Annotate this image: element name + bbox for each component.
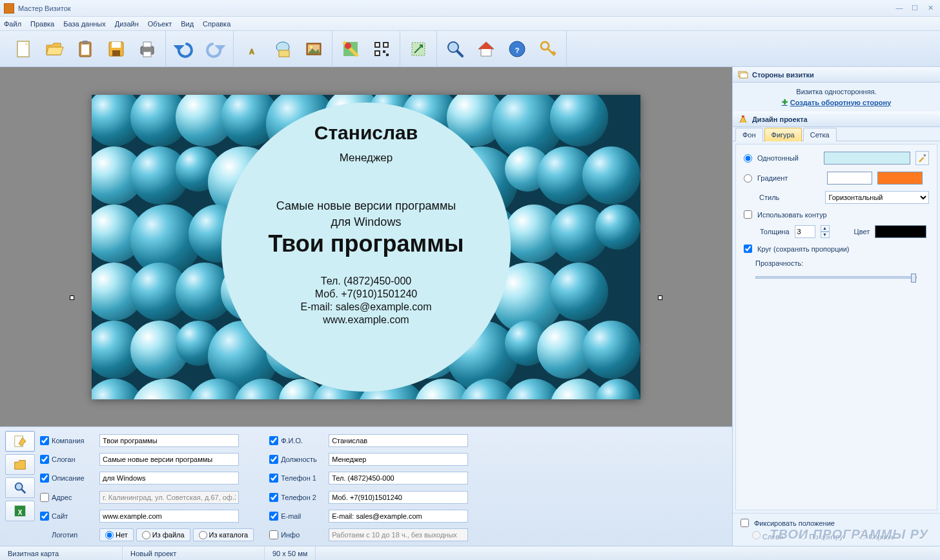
logo-file-radio[interactable]: Из файла: [136, 528, 190, 541]
svg-rect-5: [112, 42, 121, 48]
new-button[interactable]: [9, 35, 37, 63]
tab-grid[interactable]: Сетка: [803, 128, 837, 141]
fio-checkbox[interactable]: [269, 436, 278, 445]
open-button[interactable]: [40, 35, 68, 63]
desc-label: Описание: [52, 474, 99, 482]
desc-input[interactable]: [99, 472, 239, 485]
minimize-button[interactable]: —: [894, 4, 905, 13]
handle-right[interactable]: [658, 295, 662, 300]
outline-color-swatch[interactable]: [875, 225, 926, 238]
fio-label: Ф.И.О.: [281, 437, 329, 445]
statusbar: Визитная карта Новый проект 90 x 50 мм: [0, 546, 940, 560]
status-doc: Визитная карта: [0, 546, 123, 560]
solid-radio[interactable]: [744, 154, 752, 163]
tel2-input[interactable]: [329, 491, 468, 504]
tel1-label: Телефон 1: [281, 474, 329, 482]
side-tab-edit[interactable]: [5, 431, 35, 452]
menu-file[interactable]: Файл: [4, 20, 21, 28]
logo-none-radio[interactable]: Нет: [99, 528, 134, 541]
help-button[interactable]: ?: [503, 35, 531, 63]
company-checkbox[interactable]: [40, 436, 49, 445]
slogan-input[interactable]: [99, 453, 239, 466]
info-label: Инфо: [281, 531, 329, 539]
undo-button[interactable]: [170, 35, 198, 63]
info-checkbox[interactable]: [269, 530, 278, 539]
fix-pos-label: Фиксировать положение: [754, 519, 835, 527]
save-button[interactable]: [102, 35, 130, 63]
maximize-button[interactable]: ☐: [909, 4, 921, 13]
addr-checkbox[interactable]: [40, 493, 49, 502]
svg-rect-12: [279, 50, 289, 57]
solid-color-swatch[interactable]: [824, 152, 910, 165]
fio-input[interactable]: [329, 434, 468, 447]
desc-checkbox[interactable]: [40, 474, 49, 483]
eyedropper-button[interactable]: [915, 151, 929, 165]
canvas[interactable]: Станислав Менеджер Самые новые версии пр…: [0, 67, 732, 426]
svg-text:A: A: [249, 48, 254, 55]
email-label: E-mail: [281, 512, 329, 520]
card-name: Станислав: [314, 122, 418, 144]
preview-button[interactable]: [441, 35, 469, 63]
menu-design[interactable]: Дизайн: [115, 20, 139, 28]
image-button[interactable]: [300, 35, 328, 63]
style-select[interactable]: Горизонтальный: [825, 191, 929, 204]
map-button[interactable]: [336, 35, 365, 63]
print-button[interactable]: [133, 35, 161, 63]
logo-catalog-radio[interactable]: Из каталога: [193, 528, 254, 541]
company-input[interactable]: [99, 434, 239, 447]
email-input[interactable]: [329, 510, 468, 523]
svg-point-38: [924, 154, 926, 157]
gradient-color2-swatch[interactable]: [877, 172, 923, 185]
svg-rect-21: [376, 43, 379, 46]
side-tab-search[interactable]: [5, 477, 35, 498]
tab-bg[interactable]: Фон: [735, 128, 763, 141]
svg-text:?: ?: [515, 46, 520, 54]
opacity-slider[interactable]: [755, 276, 917, 279]
tel2-checkbox[interactable]: [269, 493, 278, 502]
site-input[interactable]: [99, 510, 239, 523]
circle-lock-checkbox[interactable]: [744, 245, 752, 253]
resize-image-button[interactable]: [404, 35, 433, 63]
site-checkbox[interactable]: [40, 512, 49, 521]
svg-rect-24: [383, 50, 385, 53]
menu-object[interactable]: Объект: [148, 20, 172, 28]
menu-help[interactable]: Справка: [203, 20, 230, 28]
key-button[interactable]: [534, 35, 562, 63]
email-checkbox[interactable]: [269, 512, 278, 521]
shape-button[interactable]: [269, 35, 297, 63]
tab-shape[interactable]: Фигура: [764, 128, 802, 141]
side-tab-excel[interactable]: X: [5, 501, 35, 521]
qr-button[interactable]: [367, 35, 396, 63]
close-button[interactable]: ✕: [925, 4, 936, 13]
menu-view[interactable]: Вид: [181, 20, 194, 28]
side-tab-folder[interactable]: [5, 454, 35, 475]
gradient-color1-swatch[interactable]: [827, 172, 872, 185]
svg-point-15: [310, 46, 312, 48]
create-back-link[interactable]: ✚Создать оборотную сторону: [782, 98, 892, 106]
text-button[interactable]: A: [238, 35, 266, 63]
thickness-spinner[interactable]: ▲▼: [821, 225, 830, 238]
tel2-label: Телефон 2: [281, 494, 329, 501]
gradient-label: Градиент: [757, 174, 822, 182]
tel1-input[interactable]: [329, 472, 468, 485]
tel1-checkbox[interactable]: [269, 474, 278, 483]
fix-pos-checkbox[interactable]: [741, 519, 749, 527]
thickness-input[interactable]: [795, 225, 815, 238]
paste-button[interactable]: [71, 35, 99, 63]
card-circle-shape[interactable]: Станислав Менеджер Самые новые версии пр…: [221, 103, 511, 392]
menu-edit[interactable]: Правка: [30, 20, 54, 28]
handle-left[interactable]: [70, 295, 74, 300]
slogan-checkbox[interactable]: [40, 455, 49, 464]
status-size: 90 x 50 мм: [265, 546, 316, 560]
pos-input[interactable]: [329, 453, 468, 466]
svg-rect-9: [143, 52, 151, 57]
outline-checkbox[interactable]: [744, 210, 752, 219]
thickness-label: Толщина: [760, 228, 790, 235]
gradient-radio[interactable]: [744, 174, 752, 183]
menu-db[interactable]: База данных: [63, 20, 106, 28]
business-card[interactable]: Станислав Менеджер Самые новые версии пр…: [92, 95, 640, 399]
align-center-radio: По центру: [799, 531, 843, 541]
home-button[interactable]: [472, 35, 500, 63]
pos-checkbox[interactable]: [269, 455, 278, 464]
redo-button: [201, 35, 229, 63]
